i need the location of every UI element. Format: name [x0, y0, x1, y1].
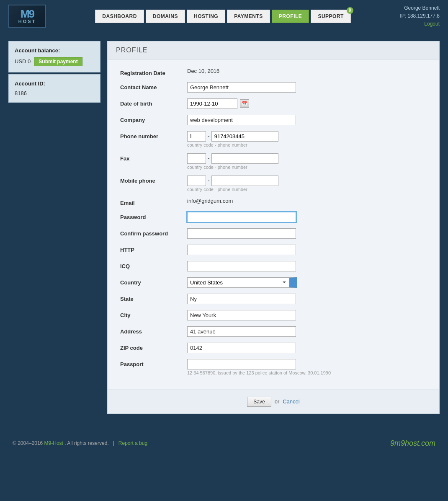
fax-cc-input[interactable] [187, 153, 206, 164]
balance-label: Account balance: [15, 47, 94, 54]
dob-row: Date of birth 📅 [120, 98, 427, 109]
phone-num-input[interactable] [211, 131, 278, 142]
city-row: City [120, 310, 427, 320]
country-label: Country [120, 277, 187, 286]
mobile-num-input[interactable] [211, 176, 278, 186]
passport-label: Passport [120, 359, 187, 367]
phone-label: Phone number [120, 131, 187, 139]
header: M9 HOST DASHBOARD DOMAINS HOSTING PAYMEN… [0, 0, 448, 33]
user-name: George Bennett [400, 4, 440, 12]
footer-brand: 9m9host.com [390, 439, 435, 448]
passport-row: Passport 12 34 567890, issued by the 123… [120, 359, 427, 375]
fax-inputs: - [187, 153, 427, 164]
support-badge: 0 [347, 7, 353, 14]
profile-form: Registration Date Dec 10, 2016 Contact N… [108, 59, 439, 390]
dob-field: 📅 [187, 98, 427, 109]
fax-num-input[interactable] [211, 153, 278, 164]
confirm-password-label: Confirm password [120, 228, 187, 237]
address-input[interactable] [187, 326, 296, 337]
icq-field [187, 261, 427, 271]
nav-payments[interactable]: PAYMENTS [227, 10, 270, 23]
logo-area: M9 HOST [8, 5, 46, 28]
email-row: Email info@gridgum.com [120, 198, 427, 206]
main-container: Account balance: USD 0 Submit payment Ac… [0, 33, 448, 422]
passport-input[interactable] [187, 359, 296, 369]
icq-input[interactable] [187, 261, 296, 271]
footer-brand-link[interactable]: M9-Host [44, 440, 63, 446]
dob-input[interactable] [187, 98, 237, 109]
icq-label: ICQ [120, 261, 187, 269]
zip-row: ZIP code [120, 343, 427, 353]
http-input[interactable] [187, 245, 296, 255]
password-label: Password [120, 212, 187, 220]
account-id-value: 8186 [15, 90, 94, 96]
city-field [187, 310, 427, 320]
profile-title: PROFILE [116, 46, 431, 54]
phone-row: Phone number - country code - phone numb… [120, 131, 427, 147]
mobile-hint: country code - phone number [187, 187, 427, 192]
calendar-icon[interactable]: 📅 [240, 99, 249, 108]
mobile-cc-input[interactable] [187, 176, 206, 186]
contact-name-label: Contact Name [120, 82, 187, 90]
submit-payment-button[interactable]: Submit payment [34, 57, 82, 66]
user-info: George Bennett IP: 188.129.177.8 Logout [400, 4, 440, 28]
confirm-password-field [187, 228, 427, 239]
company-row: Company [120, 115, 427, 125]
cancel-link[interactable]: Cancel [283, 398, 299, 405]
contact-name-input[interactable] [187, 82, 296, 93]
password-field [187, 212, 427, 222]
logo-text: M9 [21, 8, 34, 19]
footer-left: © 2004–2016 M9-Host . All rights reserve… [13, 440, 147, 446]
company-field [187, 115, 427, 125]
footer-rights: . All rights reserved. [64, 440, 108, 446]
contact-name-row: Contact Name [120, 82, 427, 93]
registration-date-value: Dec 10, 2016 [187, 66, 219, 74]
nav-hosting[interactable]: HOSTING [187, 10, 225, 23]
fax-field: - country code - phone number [187, 153, 427, 170]
dob-label: Date of birth [120, 98, 187, 107]
password-row: Password [120, 212, 427, 222]
nav-domains[interactable]: DOMAINS [146, 10, 185, 23]
sidebar-balance-card: Account balance: USD 0 Submit payment [8, 41, 100, 72]
registration-date-field: Dec 10, 2016 [187, 68, 427, 74]
profile-header: PROFILE [108, 41, 439, 59]
address-field [187, 326, 427, 337]
mobile-sep: - [208, 177, 210, 184]
user-ip: IP: 188.129.177.8 [400, 12, 440, 20]
country-select[interactable]: United States [187, 277, 297, 288]
address-row: Address [120, 326, 427, 337]
password-input[interactable] [187, 212, 296, 222]
icq-row: ICQ [120, 261, 427, 271]
balance-value: USD 0 [15, 58, 31, 65]
date-row: 📅 [187, 98, 427, 109]
company-label: Company [120, 115, 187, 123]
http-label: HTTP [120, 245, 187, 253]
state-input[interactable] [187, 294, 296, 304]
company-input[interactable] [187, 115, 296, 125]
phone-cc-input[interactable] [187, 131, 206, 142]
zip-input[interactable] [187, 343, 296, 353]
logo-subtext: HOST [18, 19, 36, 24]
registration-date-label: Registration Date [120, 68, 187, 76]
passport-field: 12 34 567890, issued by the 123 police s… [187, 359, 427, 375]
email-value: info@gridgum.com [187, 196, 233, 204]
http-field [187, 245, 427, 255]
nav-dashboard[interactable]: DASHBOARD [95, 10, 144, 23]
city-label: City [120, 310, 187, 318]
fax-row: Fax - country code - phone number [120, 153, 427, 170]
nav-support[interactable]: SUPPORT [311, 10, 351, 23]
nav-profile[interactable]: PROFILE [272, 10, 309, 23]
phone-hint: country code - phone number [187, 142, 427, 147]
email-field: info@gridgum.com [187, 198, 427, 204]
footer-bug-link[interactable]: Report a bug [118, 440, 147, 446]
confirm-password-input[interactable] [187, 228, 296, 239]
content-area: PROFILE Registration Date Dec 10, 2016 C… [107, 41, 440, 414]
logout-link[interactable]: Logout [424, 21, 440, 27]
save-button[interactable]: Save [247, 397, 271, 407]
phone-inputs: - [187, 131, 427, 142]
fax-label: Fax [120, 153, 187, 162]
passport-hint: 12 34 567890, issued by the 123 police s… [187, 370, 427, 375]
city-input[interactable] [187, 310, 296, 320]
footer-copyright: © 2004–2016 [13, 440, 43, 446]
mobile-row: Mobile phone - country code - phone numb… [120, 176, 427, 192]
